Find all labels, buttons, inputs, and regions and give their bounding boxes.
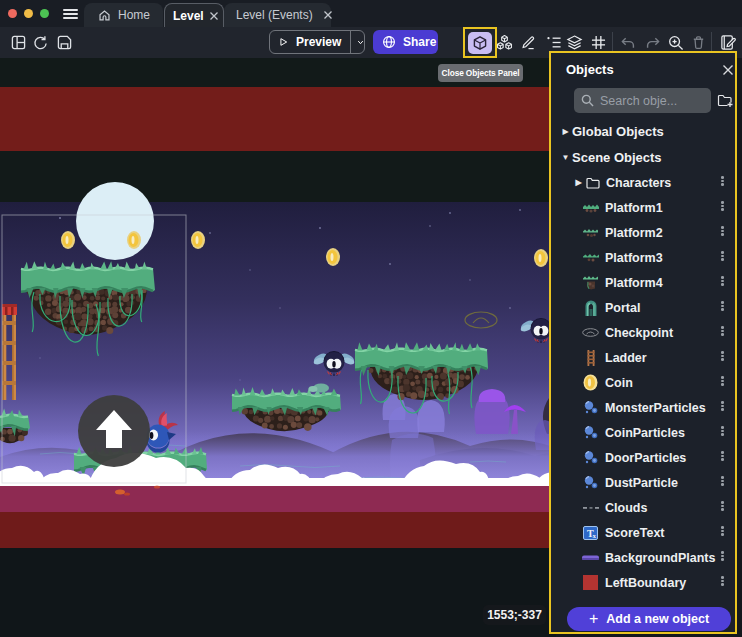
svg-text:x: x (593, 532, 597, 540)
